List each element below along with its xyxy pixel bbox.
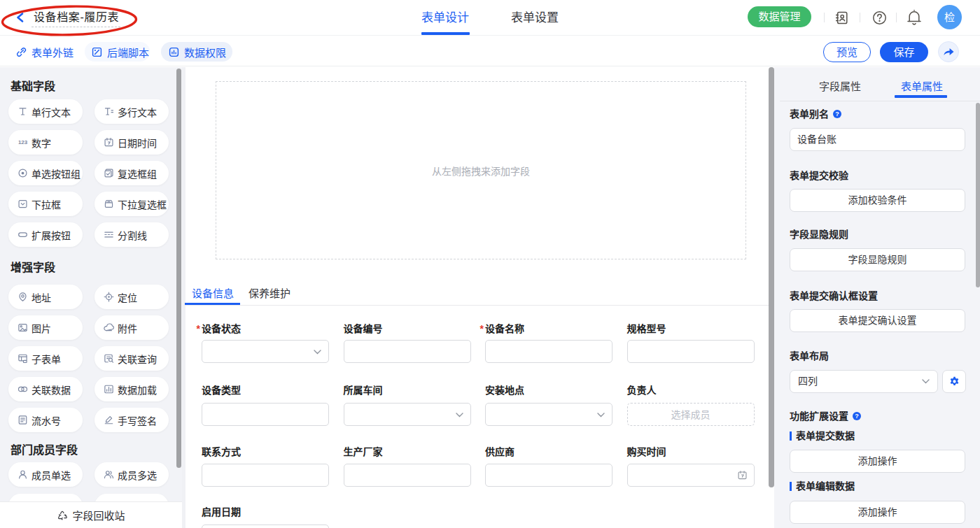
svg-text:123: 123 — [18, 139, 28, 145]
